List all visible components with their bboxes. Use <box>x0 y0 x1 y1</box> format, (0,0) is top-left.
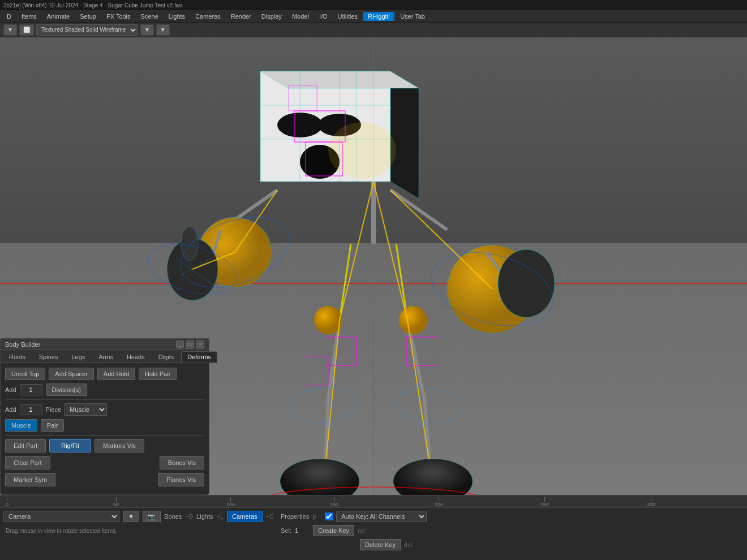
lights-shortcut: +L <box>216 513 224 520</box>
menu-setup[interactable]: Setup <box>75 12 101 21</box>
clear-part-btn[interactable]: Clear Part <box>5 456 50 469</box>
create-key-shortcut: ret <box>358 527 365 534</box>
toolbar: ▼ ⬜ Textured Shaded Solid Wireframe ▼ ▼ <box>0 23 747 37</box>
bb-divider-1 <box>5 399 204 400</box>
bottom-right: Properties p Auto Key: All Channels Sel:… <box>277 508 747 560</box>
toolbar-dropdown-arrow[interactable]: ▼ <box>3 24 17 36</box>
add-spacer-btn[interactable]: Add Spacer <box>49 368 93 380</box>
bb-maximize-btn[interactable]: □ <box>186 341 194 348</box>
add-value-input[interactable] <box>20 384 42 395</box>
bones-vis-btn[interactable]: Bones Vis <box>160 456 204 469</box>
bb-close-btn[interactable]: × <box>196 341 204 348</box>
bb-divider-2 <box>5 435 204 436</box>
key-row: Sel: 1 Create Key ret <box>281 524 744 537</box>
menu-display[interactable]: Display <box>257 12 286 21</box>
bottom-left: Camera ▼ 📷 Bones +B Lights +L Cameras +C… <box>0 508 277 560</box>
bb-minimize-btn[interactable]: _ <box>176 341 184 348</box>
svg-point-48 <box>277 113 323 137</box>
svg-point-77 <box>399 306 427 334</box>
menu-scene[interactable]: Scene <box>136 12 163 21</box>
bb-tabs: Roots Spines Legs Arms Heads Digits Defo… <box>1 350 209 363</box>
cameras-btn[interactable]: Cameras <box>227 511 263 522</box>
auto-key-checkbox[interactable] <box>325 512 333 520</box>
bb-row-5: Edit Part Rig/Fit Markers Vis <box>5 439 204 453</box>
tab-arms[interactable]: Arms <box>92 351 119 363</box>
properties-row: Properties p Auto Key: All Channels <box>281 510 744 523</box>
bb-window-controls: _ □ × <box>176 341 204 348</box>
bb-row-4: Muscle Pair <box>5 419 204 432</box>
bb-row-6: Clear Part Bones Vis <box>5 456 204 469</box>
camera-row: Camera ▼ 📷 Bones +B Lights +L Cameras +C <box>3 510 274 523</box>
svg-point-69 <box>498 249 555 317</box>
tab-deforms[interactable]: Deforms <box>181 351 217 363</box>
sel-label: Sel: <box>281 527 291 534</box>
svg-point-53 <box>328 122 396 179</box>
divisions-btn[interactable]: Division(s) <box>46 384 87 396</box>
title-text: 3b21e] (Win-x64) 10-Jul-2024 - Stage 4 -… <box>3 2 183 8</box>
marker-sym-btn[interactable]: Marker Sym <box>5 473 55 486</box>
add-hold-btn[interactable]: Add Hold <box>97 368 135 380</box>
menu-model[interactable]: Model <box>287 12 314 21</box>
add-label-2: Add <box>5 406 16 413</box>
title-bar: 3b21e] (Win-x64) 10-Jul-2024 - Stage 4 -… <box>0 0 747 10</box>
tab-spines[interactable]: Spines <box>33 351 65 363</box>
add-label: Add <box>5 386 16 393</box>
bb-row-3: Add Piece Muscle Bone Cartilage <box>5 403 204 416</box>
timeline-ruler[interactable]: 0 50 100 150 200 250 <box>0 496 747 508</box>
menu-lights[interactable]: Lights <box>164 12 190 21</box>
menu-cameras[interactable]: Cameras <box>191 12 225 21</box>
unroll-top-btn[interactable]: Unroll Top <box>5 368 45 380</box>
status-bar: 0 50 100 150 200 250 <box>0 495 747 560</box>
svg-point-60 <box>181 227 198 261</box>
markers-vis-btn[interactable]: Markers Vis <box>95 439 144 453</box>
tick-100: 100 <box>226 497 235 507</box>
tick-50: 50 <box>113 497 119 507</box>
planes-vis-btn[interactable]: Planes Vis <box>158 473 204 486</box>
cameras-shortcut: +C <box>266 513 274 520</box>
menu-io[interactable]: I/O <box>315 12 332 21</box>
bb-row-7: Marker Sym Planes Vis <box>5 473 204 486</box>
tick-300: 300 <box>647 497 655 507</box>
bb-row-2: Add Division(s) <box>5 384 204 396</box>
menu-usertab[interactable]: User Tab <box>396 12 430 21</box>
pair-btn[interactable]: Pair <box>41 419 65 432</box>
menu-fxtools[interactable]: FX Tools <box>102 12 135 21</box>
bones-shortcut: +B <box>185 513 193 520</box>
menu-utilities[interactable]: Utilities <box>333 12 362 21</box>
menu-items[interactable]: Items <box>17 12 41 21</box>
shading-mode-dropdown[interactable]: Textured Shaded Solid Wireframe <box>36 24 138 36</box>
tick-250: 250 <box>540 497 549 507</box>
tab-legs[interactable]: Legs <box>65 351 91 363</box>
tab-digits[interactable]: Digits <box>152 351 181 363</box>
toolbar-extra-btn2[interactable]: ▼ <box>156 24 170 36</box>
toolbar-extra-btn1[interactable]: ▼ <box>140 24 154 36</box>
body-builder-panel: Body Builder _ □ × Roots Spines Legs Arm… <box>0 338 209 495</box>
piece-label: Piece <box>46 406 62 413</box>
create-key-btn[interactable]: Create Key <box>313 525 354 536</box>
properties-label: Properties <box>281 513 309 520</box>
auto-key-dropdown[interactable]: Auto Key: All Channels <box>336 511 427 522</box>
menu-rhiggit[interactable]: RHiggit! <box>363 12 394 21</box>
camera-dropdown[interactable]: Camera <box>3 511 119 522</box>
tab-roots[interactable]: Roots <box>3 351 32 363</box>
delete-key-shortcut: del <box>404 541 413 548</box>
tick-150: 150 <box>330 497 338 507</box>
bb-row-1: Unroll Top Add Spacer Add Hold Hold Pair <box>5 368 204 380</box>
toolbar-view-icon[interactable]: ⬜ <box>19 24 34 36</box>
piece-count-input[interactable] <box>20 404 42 415</box>
delete-key-row: Delete Key del <box>281 539 744 551</box>
lights-label: Lights <box>196 513 213 520</box>
hold-pair-btn[interactable]: Hold Pair <box>139 368 177 380</box>
camera-expand-btn[interactable]: ▼ <box>123 511 139 522</box>
menu-animate[interactable]: Animate <box>42 12 74 21</box>
camera-icon-btn[interactable]: 📷 <box>143 511 161 522</box>
rig-fit-btn[interactable]: Rig/Fit <box>49 439 91 453</box>
menu-d[interactable]: D <box>2 12 16 21</box>
muscle-btn[interactable]: Muscle <box>5 419 37 432</box>
tick-200: 200 <box>435 497 443 507</box>
menu-render[interactable]: Render <box>226 12 256 21</box>
delete-key-btn[interactable]: Delete Key <box>360 539 401 550</box>
piece-type-dropdown[interactable]: Muscle Bone Cartilage <box>65 403 107 416</box>
tab-heads[interactable]: Heads <box>121 351 151 363</box>
edit-part-btn[interactable]: Edit Part <box>5 439 46 453</box>
